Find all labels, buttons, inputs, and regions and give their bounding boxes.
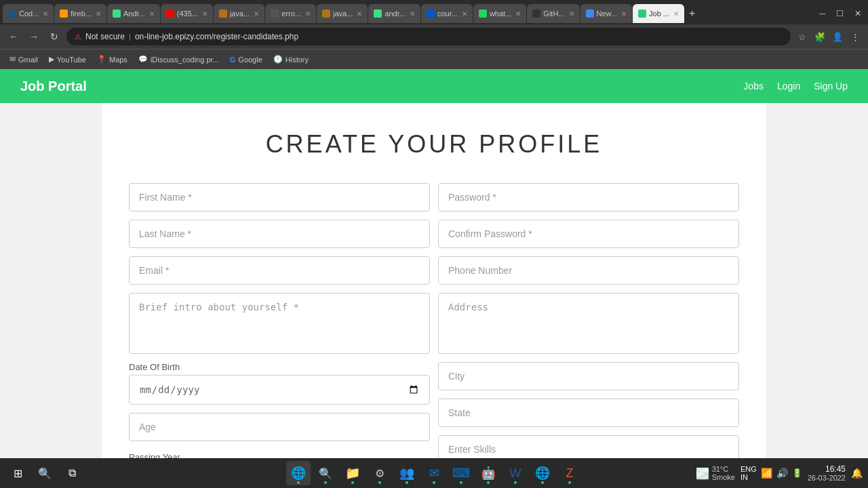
taskbar-explorer-app[interactable]: 📁 bbox=[340, 461, 365, 485]
tab-close-java2[interactable]: ✕ bbox=[357, 10, 362, 18]
bookmark-history[interactable]: 🕐 History bbox=[269, 54, 313, 65]
address-textarea[interactable] bbox=[438, 293, 739, 354]
new-tab-button[interactable]: + bbox=[685, 4, 699, 23]
notification-button[interactable]: 🔔 bbox=[851, 468, 863, 479]
nav-signup-link[interactable]: Sign Up bbox=[814, 81, 848, 92]
taskbar-right: 🌫️ 31°C Smoke ENGIN 📶 🔊 🔋 16:45 26-03-20… bbox=[696, 464, 863, 482]
tab-close-coursera[interactable]: ✕ bbox=[462, 10, 467, 18]
address-not-secure: Not secure bbox=[85, 32, 125, 41]
tab-code[interactable]: Cod... ✕ bbox=[3, 4, 54, 23]
taskbar-chrome-app[interactable]: 🌐 bbox=[530, 461, 555, 485]
state-input[interactable] bbox=[438, 399, 739, 427]
dob-input[interactable] bbox=[129, 375, 430, 405]
toolbar-icons: ☆ 🧩 👤 ⋮ bbox=[795, 29, 863, 44]
taskbar-zoho-app[interactable]: Z bbox=[557, 461, 582, 485]
tab-github2[interactable]: GitH... ✕ bbox=[527, 4, 579, 23]
tab-close-android[interactable]: ✕ bbox=[149, 10, 155, 18]
tab-firefox[interactable]: fireb... ✕ bbox=[54, 4, 106, 23]
profile-icon[interactable]: 👤 bbox=[830, 29, 845, 44]
search-taskbar-button[interactable]: 🔍 bbox=[33, 461, 57, 485]
nav-jobs-link[interactable]: Jobs bbox=[743, 81, 764, 92]
tab-what[interactable]: what... ✕ bbox=[473, 4, 526, 23]
close-button[interactable]: ✕ bbox=[850, 9, 865, 18]
tab-coursera[interactable]: cour... ✕ bbox=[421, 4, 473, 23]
menu-icon[interactable]: ⋮ bbox=[848, 29, 863, 44]
taskbar-edge-app[interactable]: 🌐 bbox=[286, 461, 311, 485]
volume-icon[interactable]: 🔊 bbox=[776, 468, 788, 479]
tab-close-new[interactable]: ✕ bbox=[621, 10, 627, 18]
start-button[interactable]: ⊞ bbox=[5, 461, 30, 485]
confirm-password-input[interactable] bbox=[438, 220, 739, 248]
dob-label: Date Of Birth bbox=[129, 362, 430, 372]
weather-temp: 31°C bbox=[712, 465, 735, 473]
taskbar-settings-app[interactable]: ⚙ bbox=[368, 461, 392, 485]
tab-close-java[interactable]: ✕ bbox=[254, 10, 259, 18]
maximize-button[interactable]: ☐ bbox=[832, 9, 848, 18]
tab-new[interactable]: New... ✕ bbox=[580, 4, 633, 23]
tab-close-firefox[interactable]: ✕ bbox=[96, 10, 101, 18]
task-view-button[interactable]: ⧉ bbox=[60, 461, 84, 485]
bookmark-star-icon[interactable]: ☆ bbox=[795, 29, 810, 44]
tab-job[interactable]: Job ... ✕ bbox=[633, 4, 684, 23]
taskbar-teams-app[interactable]: 👥 bbox=[395, 461, 419, 485]
weather-widget: 🌫️ 31°C Smoke bbox=[696, 465, 735, 481]
tab-close-code[interactable]: ✕ bbox=[43, 10, 48, 18]
tab-close-job[interactable]: ✕ bbox=[673, 10, 679, 18]
tab-close-youtube[interactable]: ✕ bbox=[202, 10, 208, 18]
address-bar[interactable]: ⚠ Not secure | on-line-job.epizy.com/reg… bbox=[66, 28, 791, 45]
site-logo: Job Portal bbox=[20, 79, 87, 94]
explorer-icon: 📁 bbox=[345, 466, 360, 481]
password-input[interactable] bbox=[438, 183, 739, 211]
tab-youtube[interactable]: (435... ✕ bbox=[161, 4, 213, 23]
security-indicator: ⚠ bbox=[75, 33, 81, 41]
city-input[interactable] bbox=[438, 362, 739, 390]
language-indicator[interactable]: ENGIN bbox=[741, 465, 757, 481]
phone-input[interactable] bbox=[438, 256, 739, 285]
bookmark-youtube[interactable]: ▶ YouTube bbox=[45, 54, 90, 65]
last-name-input[interactable] bbox=[129, 220, 430, 248]
tab-close-err[interactable]: ✕ bbox=[305, 10, 311, 18]
taskbar-search-app[interactable]: 🔍 bbox=[313, 461, 338, 485]
tab-java2[interactable]: java... ✕ bbox=[317, 4, 368, 23]
bio-textarea[interactable] bbox=[129, 293, 430, 354]
bookmark-gmail[interactable]: ✉ Gmail bbox=[5, 54, 42, 65]
tab-close-github2[interactable]: ✕ bbox=[569, 10, 574, 18]
tab-bar: Cod... ✕ fireb... ✕ Andr... ✕ (435... ✕ … bbox=[0, 0, 868, 24]
taskbar-word-app[interactable]: W bbox=[503, 461, 528, 485]
time-display[interactable]: 16:45 26-03-2022 bbox=[808, 464, 846, 482]
reload-button[interactable]: ↻ bbox=[46, 28, 62, 45]
battery-icon[interactable]: 🔋 bbox=[792, 468, 802, 478]
nav-login-link[interactable]: Login bbox=[777, 81, 800, 92]
forward-button[interactable]: → bbox=[26, 28, 42, 45]
age-input[interactable] bbox=[129, 413, 430, 441]
form-title: CREATE YOUR PROFILE bbox=[129, 130, 739, 159]
taskbar-android-studio[interactable]: 🤖 bbox=[476, 461, 500, 485]
search-app-icon: 🔍 bbox=[319, 467, 332, 480]
tab-java[interactable]: java... ✕ bbox=[214, 4, 264, 23]
bookmark-maps[interactable]: 📍 Maps bbox=[93, 54, 132, 65]
form-container: CREATE YOUR PROFILE Date Of Birth bbox=[102, 103, 766, 488]
tab-android[interactable]: Andr... ✕ bbox=[107, 4, 160, 23]
taskbar-center: 🌐 🔍 📁 ⚙ 👥 ✉ ⌨ 🤖 W 🌐 Z bbox=[286, 461, 582, 485]
tab-close-what[interactable]: ✕ bbox=[515, 10, 521, 18]
maps-icon: 📍 bbox=[97, 55, 106, 64]
email-input[interactable] bbox=[129, 256, 430, 285]
tab-close-android2[interactable]: ✕ bbox=[410, 10, 415, 18]
gmail-icon: ✉ bbox=[9, 55, 16, 64]
minimize-button[interactable]: ─ bbox=[815, 9, 829, 18]
tab-android2[interactable]: andr... ✕ bbox=[368, 4, 420, 23]
first-name-input[interactable] bbox=[129, 183, 430, 211]
chrome-icon: 🌐 bbox=[535, 466, 550, 481]
weather-condition: Smoke bbox=[712, 473, 735, 481]
taskbar-mail-app[interactable]: ✉ bbox=[422, 461, 446, 485]
youtube-icon: ▶ bbox=[49, 55, 54, 64]
back-button[interactable]: ← bbox=[5, 28, 22, 45]
extension-icon[interactable]: 🧩 bbox=[812, 29, 827, 44]
history-icon: 🕐 bbox=[273, 55, 283, 64]
tab-github-err[interactable]: erro... ✕ bbox=[265, 4, 316, 23]
nav-links: Jobs Login Sign Up bbox=[743, 81, 848, 92]
wifi-icon[interactable]: 📶 bbox=[761, 468, 772, 479]
bookmark-google[interactable]: G Google bbox=[226, 54, 267, 65]
bookmark-idiscuss[interactable]: 💬 iDiscuss_coding pr... bbox=[134, 54, 223, 65]
taskbar-vs-app[interactable]: ⌨ bbox=[449, 461, 473, 485]
